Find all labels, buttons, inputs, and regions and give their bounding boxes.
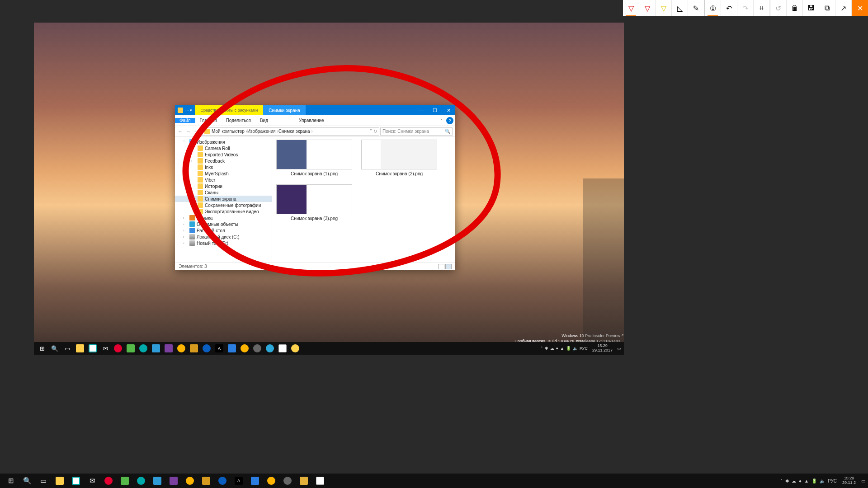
tool-marker-red[interactable]: ▽ <box>623 0 639 16</box>
nav-item[interactable]: MyerSplash <box>175 170 272 177</box>
tray-lang[interactable]: РУС <box>828 479 837 483</box>
inner-tray-clock[interactable]: 15:29 29.11.2017 <box>592 344 613 353</box>
tb-store[interactable] <box>68 474 84 488</box>
inner-tray[interactable]: ˄ ✱☁●▲🔋🔈 РУС 15:29 29.11.2017 ▭ <box>541 344 621 353</box>
help-icon[interactable]: ? <box>446 117 453 124</box>
tb-people[interactable] <box>149 474 165 488</box>
tb-opera[interactable] <box>100 474 117 488</box>
tool-eraser[interactable]: ◺ <box>672 0 688 16</box>
tb-onenote[interactable] <box>165 474 182 488</box>
nav-fwd-icon[interactable]: → <box>186 129 193 134</box>
tb-y[interactable] <box>263 474 279 488</box>
tb-sun[interactable] <box>182 474 198 488</box>
ribbon-share[interactable]: Поделиться <box>222 118 255 123</box>
tool-marker-red-2[interactable]: ▽ <box>639 0 656 16</box>
tool-redo[interactable]: ↷ <box>737 0 754 16</box>
tool-undo[interactable]: ↶ <box>721 0 737 16</box>
inner-tb-onenote[interactable] <box>163 343 174 354</box>
nav-root-pictures[interactable]: ˅ Изображения <box>175 139 272 145</box>
nav-item[interactable]: Exported Videos <box>175 151 272 158</box>
view-details-icon[interactable] <box>438 264 444 269</box>
nav-up-icon[interactable]: ↑ <box>194 129 201 134</box>
tool-history[interactable]: ↺ <box>770 0 787 16</box>
file-list[interactable]: Снимок экрана (1).png Снимок экрана (2).… <box>272 137 455 262</box>
inner-tb-edge[interactable] <box>201 343 212 354</box>
ribbon-view[interactable]: Вид <box>255 118 273 123</box>
tool-delete[interactable]: 🗑 <box>787 0 803 16</box>
tb-fw[interactable] <box>198 474 214 488</box>
file-item[interactable]: Снимок экрана (2).png <box>361 140 438 176</box>
inner-tray-lang[interactable]: РУС <box>580 346 588 351</box>
minimize-button[interactable]: — <box>415 105 428 115</box>
inner-tb-smile[interactable] <box>290 343 301 354</box>
inner-tb-cortana[interactable] <box>138 343 149 354</box>
close-button[interactable]: ✕ <box>442 105 455 115</box>
inner-tb-skype[interactable] <box>252 343 263 354</box>
inner-tb-paint[interactable] <box>277 343 288 354</box>
tool-crop[interactable]: ⌗ <box>754 0 770 16</box>
chevron-up-icon[interactable]: ˄ <box>780 479 783 483</box>
navigation-pane[interactable]: ˅ Изображения ›Camera Roll Exported Vide… <box>175 137 272 262</box>
nav-item-selected[interactable]: Снимки экрана <box>175 196 272 202</box>
nav-back-icon[interactable]: ← <box>178 129 185 134</box>
tb-skype[interactable] <box>279 474 296 488</box>
nav-item[interactable]: ›Новый том (D:) <box>175 240 272 246</box>
maximize-button[interactable]: ☐ <box>428 105 442 115</box>
search-input[interactable]: Поиск: Снимки экрана 🔍 <box>380 127 453 136</box>
tb-explorer[interactable] <box>52 474 68 488</box>
inner-tb-y[interactable] <box>239 343 250 354</box>
nav-item[interactable]: ›Camera Roll <box>175 145 272 151</box>
inner-tb-a[interactable]: A <box>214 343 225 354</box>
action-center-icon[interactable]: ▭ <box>861 479 865 483</box>
taskview-button[interactable]: ▭ <box>35 474 52 488</box>
ribbon-manage[interactable]: Управление <box>294 118 329 123</box>
inner-tb-fw[interactable] <box>189 343 199 354</box>
inner-tb-mail[interactable]: ✉ <box>100 343 111 354</box>
screenshot-canvas[interactable]: Windows 10 Pro Insider Preview Пробная в… <box>34 23 624 355</box>
file-item[interactable]: Снимок экрана (3).png <box>276 184 353 221</box>
tb-paint[interactable] <box>312 474 328 488</box>
tb-rss[interactable] <box>117 474 133 488</box>
start-button[interactable]: ⊞ <box>3 474 19 488</box>
tool-share[interactable]: ↗ <box>835 0 852 16</box>
ribbon-home[interactable]: Главная <box>195 118 222 123</box>
inner-taskview-button[interactable]: ▭ <box>62 343 73 354</box>
tool-pencil[interactable]: ✎ <box>688 0 704 16</box>
tb-todo[interactable] <box>247 474 263 488</box>
tool-save[interactable]: 🖫 <box>803 0 819 16</box>
tb-cortana[interactable] <box>133 474 149 488</box>
inner-start-button[interactable]: ⊞ <box>37 343 47 354</box>
nav-item[interactable]: ›Feedback <box>175 158 272 164</box>
inner-search-button[interactable]: 🔍 <box>49 343 60 354</box>
inner-tb-people[interactable] <box>151 343 161 354</box>
view-thumbs-icon[interactable] <box>445 264 452 269</box>
nav-item[interactable]: ›Рабочий стол <box>175 227 272 234</box>
inner-tb-opera[interactable] <box>113 343 123 354</box>
inner-tb-todo[interactable] <box>226 343 237 354</box>
nav-item[interactable]: ›Объемные объекты <box>175 221 272 227</box>
inner-tb-explorer[interactable] <box>75 343 85 354</box>
nav-item[interactable]: Экспортированные видео <box>175 208 272 215</box>
nav-item[interactable]: Сканы <box>175 189 272 196</box>
tb-y2[interactable] <box>296 474 312 488</box>
tb-mail[interactable]: ✉ <box>84 474 100 488</box>
tool-counter[interactable]: ① <box>705 0 721 16</box>
breadcrumb[interactable]: Мой компьютер Изображения Снимки экрана … <box>202 127 379 136</box>
host-tray[interactable]: ˄ ✱☁●▲🔋🔈 РУС 15:29 29.11 2 ▭ <box>780 476 865 485</box>
inner-tb-store[interactable] <box>87 343 98 354</box>
inner-tb-rss[interactable] <box>125 343 136 354</box>
tool-marker-yellow[interactable]: ▽ <box>656 0 672 16</box>
search-button[interactable]: 🔍 <box>19 474 35 488</box>
file-item[interactable]: Снимок экрана (1).png <box>276 140 353 176</box>
tb-a[interactable]: A <box>231 474 247 488</box>
nav-item[interactable]: ›Локальный диск (C:) <box>175 234 272 240</box>
nav-item[interactable]: ›Музыка <box>175 215 272 221</box>
tray-clock[interactable]: 15:29 29.11 2 <box>842 476 856 485</box>
tb-edge[interactable] <box>214 474 231 488</box>
explorer-titlebar[interactable]: ▫ ▫ ▾ Средства работы с рисунками Снимки… <box>175 105 455 115</box>
tool-close-editor[interactable]: ✕ <box>852 0 868 16</box>
nav-item[interactable]: Сохраненные фотографии <box>175 202 272 208</box>
inner-tb-sun[interactable] <box>176 343 187 354</box>
ribbon-context-tab[interactable]: Средства работы с рисунками <box>195 105 263 115</box>
ribbon-file[interactable]: Файл <box>175 118 195 123</box>
